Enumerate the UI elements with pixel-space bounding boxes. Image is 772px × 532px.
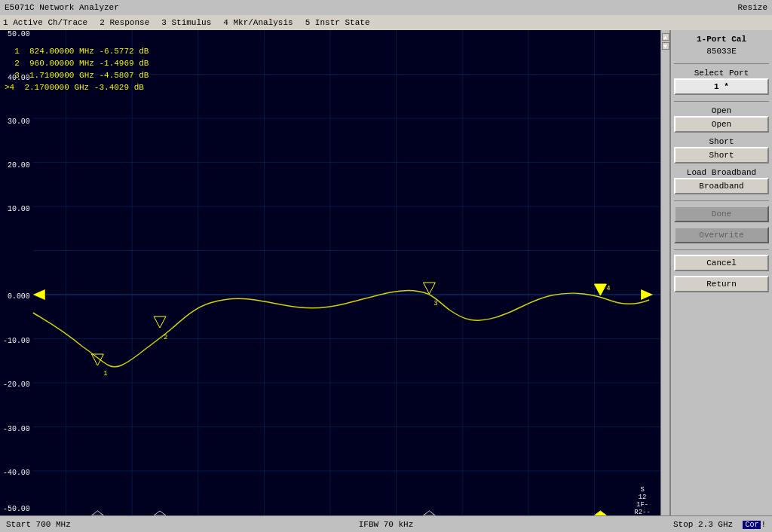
open-button[interactable]: Open [674, 116, 769, 133]
main-area: Trf1 S11 Log Mag 10.00dB/ Ref 0.000dB [F… [0, 30, 772, 515]
svg-text:-30.00: -30.00 [3, 425, 30, 433]
load-section: Load Broadband Broadband [674, 168, 769, 196]
svg-text:1F-: 1F- [636, 501, 648, 509]
scroll-strip: ▲ ▼ [660, 30, 669, 515]
svg-text:2: 2 [164, 334, 167, 341]
select-port-label: Select Port [674, 69, 769, 78]
cancel-button[interactable]: Cancel [674, 255, 769, 271]
svg-text:R2--: R2-- [634, 509, 650, 515]
open-section: Open Open [674, 106, 769, 134]
select-port-button[interactable]: 1 * [674, 78, 769, 95]
svg-text:4: 4 [606, 285, 610, 292]
svg-text:50.00: 50.00 [8, 30, 30, 38]
svg-text:S: S [640, 486, 644, 494]
status-start: Start 700 MHz [6, 520, 259, 529]
cal-subtitle: 85033E [706, 47, 737, 56]
done-button[interactable]: Done [674, 206, 769, 222]
scroll-up-arrow[interactable]: ▲ [662, 33, 669, 41]
load-label: Load Broadband [674, 168, 769, 177]
svg-text:-50.00: -50.00 [3, 505, 30, 513]
svg-text:3: 3 [433, 300, 437, 307]
resize-button[interactable]: Resize [737, 3, 767, 12]
scroll-down-arrow[interactable]: ▼ [662, 42, 669, 50]
menu-item-active-ch[interactable]: 1 Active Ch/Trace [3, 18, 87, 27]
marker-3-info: 3 1.7100000 GHz -4.5807 dB [5, 69, 149, 81]
svg-text:-10.00: -10.00 [3, 337, 30, 345]
short-button[interactable]: Short [674, 147, 769, 164]
status-bar: Start 700 MHz IFBW 70 kHz Stop 2.3 GHz C… [0, 515, 772, 532]
status-ifbw: IFBW 70 kHz [259, 520, 513, 529]
menu-item-stimulus[interactable]: 3 Stimulus [161, 18, 211, 27]
short-section: Short Short [674, 137, 769, 165]
overwrite-button[interactable]: Overwrite [674, 227, 769, 243]
menu-item-mkr-analysis[interactable]: 4 Mkr/Analysis [223, 18, 293, 27]
menu-item-response[interactable]: 2 Response [100, 18, 149, 27]
select-port-section: Select Port 1 * [674, 69, 769, 96]
marker-4-info: >4 2.1700000 GHz -3.4029 dB [5, 81, 149, 93]
divider-4 [674, 249, 769, 250]
svg-text:12: 12 [639, 494, 647, 501]
short-label: Short [674, 137, 769, 146]
cal-title: 1-Port Cal [697, 35, 746, 44]
menu-bar: 1 Active Ch/Trace 2 Response 3 Stimulus … [0, 15, 772, 30]
chart-grid: 50.00 40.00 30.00 20.00 10.00 0.000 -10.… [0, 30, 660, 515]
open-label: Open [674, 106, 769, 115]
right-panel: 1-Port Cal 85033E Select Port 1 * Open O… [669, 30, 772, 515]
return-button[interactable]: Return [674, 276, 769, 292]
menu-item-instr-state[interactable]: 5 Instr State [305, 18, 370, 27]
divider-1 [674, 63, 769, 64]
chart-area: Trf1 S11 Log Mag 10.00dB/ Ref 0.000dB [F… [0, 30, 660, 515]
divider-2 [674, 101, 769, 102]
load-broadband-button[interactable]: Broadband [674, 178, 769, 194]
svg-text:1: 1 [103, 370, 107, 378]
app-title: E5071C Network Analyzer [5, 3, 119, 12]
marker-2-info: 2 960.00000 MHz -1.4969 dB [5, 57, 149, 69]
svg-text:-20.00: -20.00 [3, 381, 30, 389]
svg-text:0.000: 0.000 [8, 292, 30, 301]
svg-text:20.00: 20.00 [8, 161, 30, 170]
marker-1-info: 1 824.00000 MHz -6.5772 dB [5, 45, 149, 57]
cor-badge: Cor [743, 521, 761, 529]
svg-text:30.00: 30.00 [8, 118, 30, 126]
status-stop: Stop 2.3 GHz Cor! [513, 520, 766, 529]
title-bar: E5071C Network Analyzer Resize [0, 0, 772, 15]
divider-3 [674, 200, 769, 201]
svg-text:-40.00: -40.00 [3, 469, 30, 477]
svg-text:10.00: 10.00 [8, 205, 30, 213]
trace-info: 1 824.00000 MHz -6.5772 dB 2 960.00000 M… [5, 45, 149, 93]
